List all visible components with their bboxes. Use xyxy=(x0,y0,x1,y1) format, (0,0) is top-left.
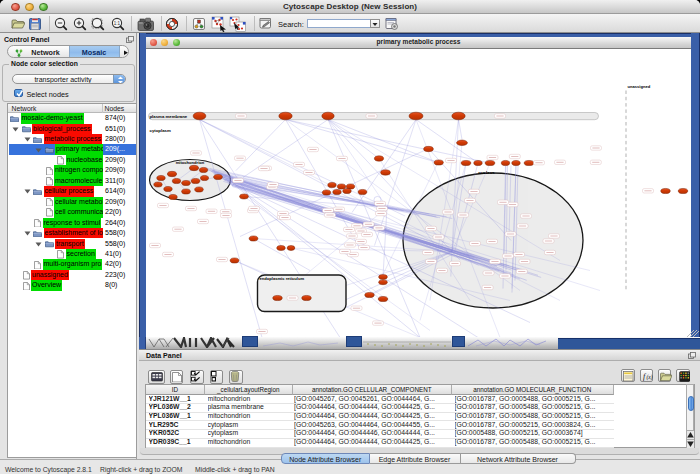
svg-text:endoplasmic reticulum: endoplasmic reticulum xyxy=(260,275,305,280)
svg-text:nucleus: nucleus xyxy=(478,170,495,175)
svg-text:plasma membrane: plasma membrane xyxy=(150,113,188,118)
svg-text:mitochondrion: mitochondrion xyxy=(176,160,205,165)
svg-text:(x): (x) xyxy=(647,374,653,381)
svg-text:1:1: 1:1 xyxy=(114,20,121,25)
svg-text:unassigned: unassigned xyxy=(628,83,651,88)
svg-text:cytoplasm: cytoplasm xyxy=(150,127,171,132)
